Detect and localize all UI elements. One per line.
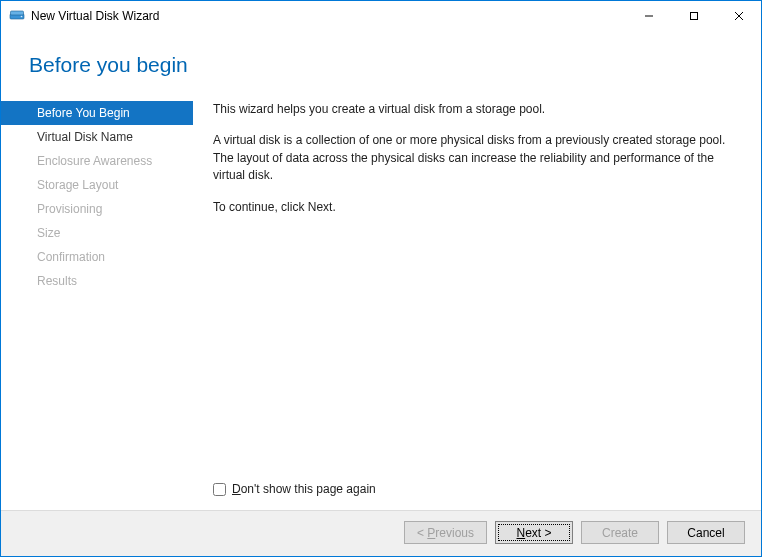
intro-text-2: A virtual disk is a collection of one or… [213,132,735,184]
page-heading: Before you begin [29,53,761,77]
dont-show-label[interactable]: Don't show this page again [232,482,376,496]
content-panel: This wizard helps you create a virtual d… [193,101,761,488]
cancel-button[interactable]: Cancel [667,521,745,544]
step-results: Results [1,269,193,293]
svg-rect-4 [690,13,697,20]
window-controls [626,1,761,31]
step-confirmation: Confirmation [1,245,193,269]
wizard-window: New Virtual Disk Wizard Before you begin… [0,0,762,557]
step-enclosure-awareness: Enclosure Awareness [1,149,193,173]
minimize-button[interactable] [626,1,671,31]
dont-show-row: Don't show this page again [1,482,761,496]
previous-button: < Previous [404,521,487,544]
wizard-steps-sidebar: Before You Begin Virtual Disk Name Enclo… [1,101,193,488]
header-area: Before you begin [1,31,761,101]
svg-rect-1 [11,11,24,15]
window-title: New Virtual Disk Wizard [31,9,159,23]
svg-point-2 [21,16,23,18]
intro-text-3: To continue, click Next. [213,199,735,216]
maximize-button[interactable] [671,1,716,31]
body-area: Before You Begin Virtual Disk Name Enclo… [1,101,761,488]
step-storage-layout: Storage Layout [1,173,193,197]
create-button: Create [581,521,659,544]
step-before-you-begin[interactable]: Before You Begin [1,101,193,125]
step-virtual-disk-name[interactable]: Virtual Disk Name [1,125,193,149]
intro-text-1: This wizard helps you create a virtual d… [213,101,735,118]
close-button[interactable] [716,1,761,31]
step-provisioning: Provisioning [1,197,193,221]
dont-show-checkbox[interactable] [213,483,226,496]
next-button[interactable]: Next > [495,521,573,544]
button-bar: < Previous Next > Create Cancel [1,510,761,556]
app-icon [9,8,25,24]
step-size: Size [1,221,193,245]
title-bar[interactable]: New Virtual Disk Wizard [1,1,761,31]
